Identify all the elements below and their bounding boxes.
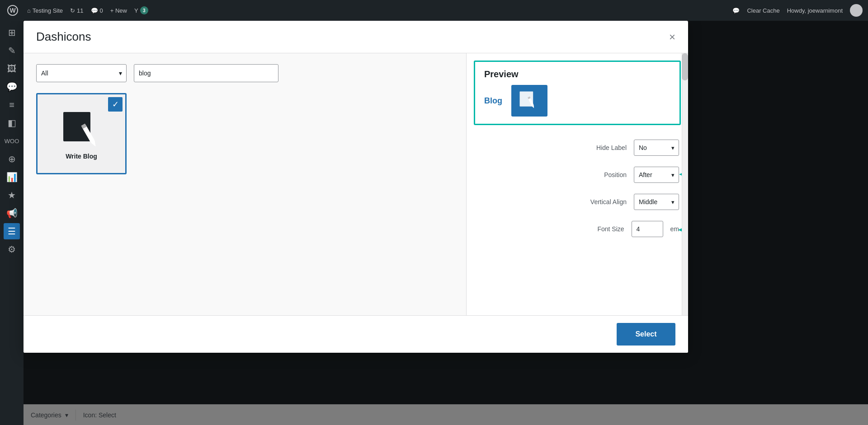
hide-label-select[interactable]: No Yes xyxy=(634,140,679,156)
comments-item[interactable]: 💬 0 xyxy=(91,7,103,14)
modal-close-button[interactable]: × xyxy=(669,32,675,42)
admin-bar: W ⌂ Testing Site ↻ 11 💬 0 + New Y 3 💬 Cl… xyxy=(0,0,868,21)
updates-item[interactable]: ↻ 11 xyxy=(70,7,83,14)
sidebar-item-dashboard[interactable]: ⊞ xyxy=(4,24,20,41)
notifications-icon[interactable]: 💬 xyxy=(732,7,740,14)
settings-rows: Hide Label No Yes Position Before xyxy=(467,132,688,244)
position-label: Position xyxy=(572,171,627,178)
modal-title: Dashicons xyxy=(36,30,91,44)
modal-header: Dashicons × xyxy=(24,21,688,53)
modal-body: All ✓ xyxy=(24,53,688,315)
comment-icon: 💬 xyxy=(91,7,98,14)
plugin-badge: 3 xyxy=(140,6,148,14)
vertical-align-row: Vertical Align Top Middle Bottom xyxy=(476,194,679,210)
position-select[interactable]: Before After xyxy=(634,167,679,183)
modal-footer: Select xyxy=(24,315,688,353)
user-avatar[interactable] xyxy=(850,4,863,17)
position-row: Position Before After xyxy=(476,167,679,183)
sidebar-item-pages[interactable]: ≡ xyxy=(4,97,20,113)
preview-icon-label: Blog xyxy=(484,96,502,106)
preview-icon-box xyxy=(511,85,547,117)
sidebar-item-media[interactable]: 🖼 xyxy=(4,61,20,77)
wp-logo-icon[interactable]: W xyxy=(5,3,20,18)
sidebar-item-comments[interactable]: 💬 xyxy=(4,79,20,95)
sidebar-item-settings[interactable]: ⚙ xyxy=(4,241,20,257)
sidebar-item-posts[interactable]: ✎ xyxy=(4,42,20,59)
icon-panel-toolbar: All xyxy=(36,64,453,82)
new-item[interactable]: + New xyxy=(110,7,127,14)
sidebar-item-analytics[interactable]: 📊 xyxy=(4,169,20,185)
icon-panel: All ✓ xyxy=(24,53,467,315)
font-size-input[interactable] xyxy=(632,221,663,237)
position-select-wrapper: Before After xyxy=(634,167,679,183)
yoast-item[interactable]: Y 3 xyxy=(134,6,148,14)
sidebar-item-favorites[interactable]: ★ xyxy=(4,187,20,203)
preview-section: Preview Blog xyxy=(474,61,681,125)
icon-label-write-blog: Write Blog xyxy=(66,153,97,160)
filter-select-wrapper: All xyxy=(36,64,127,82)
settings-panel: Preview Blog xyxy=(467,53,688,315)
preview-blog-icon-svg xyxy=(518,90,541,111)
sidebar-item-woo[interactable]: WOO xyxy=(4,133,20,149)
vertical-align-select-wrapper: Top Middle Bottom xyxy=(634,194,679,210)
icon-item-write-blog[interactable]: ✓ Write Blog xyxy=(36,93,127,174)
hide-label-label: Hide Label xyxy=(572,144,627,151)
clear-cache-button[interactable]: Clear Cache xyxy=(747,7,779,14)
sidebar-item-menu[interactable]: ☰ xyxy=(4,223,20,239)
filter-select[interactable]: All xyxy=(36,64,127,82)
sidebar-item-appearance[interactable]: ◧ xyxy=(4,115,20,131)
left-sidebar: ⊞ ✎ 🖼 💬 ≡ ◧ WOO ⊕ 📊 ★ 📢 ☰ ⚙ xyxy=(0,21,24,425)
home-icon: ⌂ xyxy=(27,7,31,14)
updates-icon: ↻ xyxy=(70,7,75,14)
hide-label-row: Hide Label No Yes xyxy=(476,140,679,156)
font-size-row: Font Size em xyxy=(476,221,679,237)
search-input[interactable] xyxy=(134,64,278,82)
svg-text:W: W xyxy=(9,7,16,14)
sidebar-item-plugins[interactable]: ⊕ xyxy=(4,151,20,167)
font-size-label: Font Size xyxy=(570,225,624,233)
icon-grid: ✓ Write Blog xyxy=(36,93,453,174)
preview-title: Preview xyxy=(484,69,670,79)
scrollbar-thumb[interactable] xyxy=(682,53,688,80)
sidebar-item-marketing[interactable]: 📢 xyxy=(4,205,20,221)
site-name[interactable]: ⌂ Testing Site xyxy=(27,7,63,14)
write-blog-icon-svg xyxy=(59,107,104,148)
scrollbar[interactable] xyxy=(682,53,688,315)
vertical-align-label: Vertical Align xyxy=(572,198,627,205)
hide-label-select-wrapper: No Yes xyxy=(634,140,679,156)
check-badge: ✓ xyxy=(108,97,123,112)
preview-content: Blog xyxy=(484,85,670,117)
dashicons-modal: Dashicons × All ✓ xyxy=(24,21,688,353)
vertical-align-select[interactable]: Top Middle Bottom xyxy=(634,194,679,210)
select-button[interactable]: Select xyxy=(617,323,675,346)
howdy-user[interactable]: Howdy, joewarnimont xyxy=(787,7,843,14)
